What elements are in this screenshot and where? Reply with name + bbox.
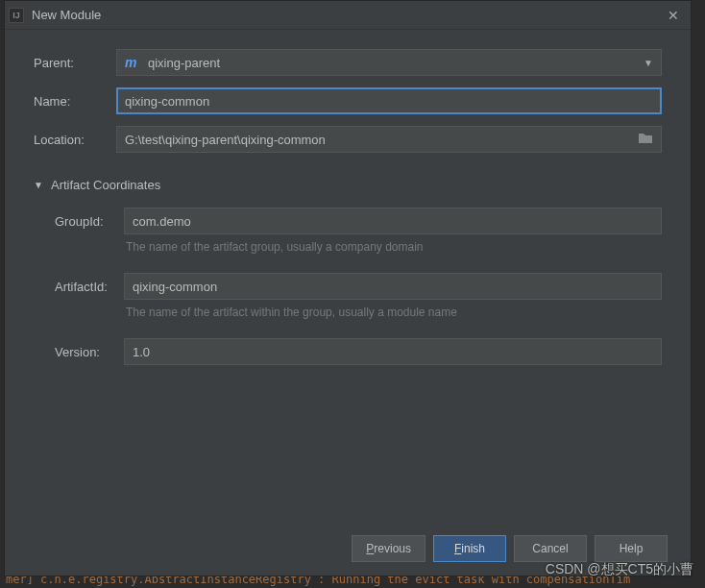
- cancel-button[interactable]: Cancel: [514, 535, 587, 562]
- location-row: Location: G:\test\qixing-parent\qixing-c…: [34, 126, 662, 153]
- location-label: Location:: [34, 133, 116, 147]
- maven-module-icon: m: [125, 56, 142, 69]
- parent-value: qixing-parent: [148, 56, 644, 70]
- chevron-down-icon: ▼: [644, 58, 653, 68]
- new-module-dialog: IJ New Module ✕ Parent: m qixing-parent …: [4, 0, 692, 576]
- groupid-label: GroupId:: [55, 214, 124, 229]
- version-label: Version:: [55, 345, 124, 359]
- location-value: G:\test\qixing-parent\qixing-common: [125, 133, 638, 147]
- parent-combobox[interactable]: m qixing-parent ▼: [116, 49, 662, 76]
- artifact-coordinates-toggle[interactable]: ▼ Artifact Coordinates: [34, 178, 662, 192]
- groupid-hint: The name of the artifact group, usually …: [124, 240, 424, 254]
- parent-row: Parent: m qixing-parent ▼: [34, 49, 662, 76]
- previous-button[interactable]: Previous: [352, 535, 425, 562]
- app-icon: IJ: [9, 8, 24, 23]
- artifactid-row: ArtifactId:: [55, 273, 662, 300]
- artifact-section-label: Artifact Coordinates: [51, 178, 160, 192]
- version-input[interactable]: [124, 338, 662, 365]
- dialog-content: Parent: m qixing-parent ▼ Name: Location…: [5, 30, 691, 522]
- name-input[interactable]: [116, 87, 662, 114]
- artifact-coordinates-group: GroupId: The name of the artifact group,…: [34, 208, 662, 371]
- titlebar: IJ New Module ✕: [5, 1, 691, 30]
- help-button[interactable]: Help: [595, 535, 668, 562]
- parent-label: Parent:: [34, 56, 116, 70]
- finish-button[interactable]: Finish: [433, 535, 506, 562]
- version-row: Version:: [55, 338, 662, 365]
- chevron-down-icon: ▼: [34, 180, 47, 190]
- window-title: New Module: [32, 8, 660, 22]
- artifactid-label: ArtifactId:: [55, 280, 124, 294]
- groupid-input[interactable]: [124, 208, 662, 234]
- artifactid-input[interactable]: [124, 273, 662, 300]
- location-input[interactable]: G:\test\qixing-parent\qixing-common: [116, 126, 662, 153]
- artifactid-hint: The name of the artifact within the grou…: [124, 306, 457, 319]
- name-row: Name:: [34, 87, 662, 114]
- groupid-row: GroupId:: [55, 208, 662, 234]
- close-icon[interactable]: ✕: [660, 2, 687, 29]
- name-label: Name:: [34, 94, 116, 109]
- folder-icon[interactable]: [638, 132, 653, 147]
- watermark-text: CSDN @想买CT5的小曹: [546, 561, 693, 578]
